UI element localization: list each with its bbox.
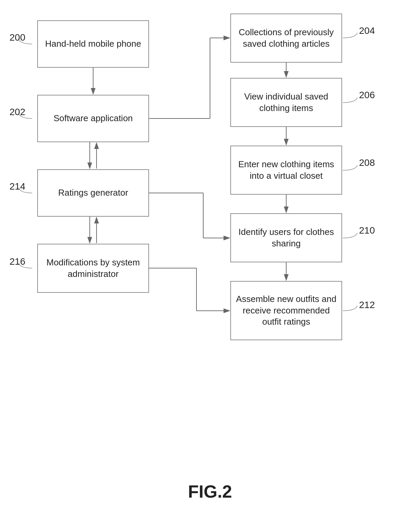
- figure-label: FIG.2: [188, 481, 232, 502]
- node-210: Identify users for clothes sharing: [230, 213, 342, 262]
- node-214: Ratings generator: [37, 169, 149, 217]
- node-204: Collections of previously saved clothing…: [230, 14, 342, 63]
- label-200: 200: [9, 32, 25, 43]
- node-212: Assemble new outfits and receive recomme…: [230, 281, 342, 340]
- node-204-label: Collections of previously saved clothing…: [234, 27, 338, 50]
- label-202: 202: [9, 107, 25, 117]
- node-202: Software application: [37, 95, 149, 142]
- node-206-label: View individual saved clothing items: [234, 91, 338, 114]
- label-206: 206: [359, 90, 375, 101]
- label-216: 216: [9, 256, 25, 267]
- node-208: Enter new clothing items into a virtual …: [230, 146, 342, 195]
- label-204: 204: [359, 25, 375, 36]
- label-214: 214: [9, 181, 25, 192]
- node-210-label: Identify users for clothes sharing: [234, 226, 338, 249]
- node-206: View individual saved clothing items: [230, 78, 342, 127]
- node-216-label: Modifications by system administrator: [41, 257, 145, 280]
- node-214-label: Ratings generator: [58, 187, 128, 199]
- diagram-container: Hand-held mobile phone 200 Software appl…: [0, 0, 420, 522]
- node-200-label: Hand-held mobile phone: [45, 38, 141, 50]
- node-200: Hand-held mobile phone: [37, 20, 149, 68]
- node-212-label: Assemble new outfits and receive recomme…: [234, 293, 338, 328]
- label-210: 210: [359, 225, 375, 236]
- label-208: 208: [359, 157, 375, 168]
- label-212: 212: [359, 300, 375, 310]
- node-202-label: Software application: [54, 113, 133, 124]
- node-216: Modifications by system administrator: [37, 244, 149, 293]
- node-208-label: Enter new clothing items into a virtual …: [234, 159, 338, 182]
